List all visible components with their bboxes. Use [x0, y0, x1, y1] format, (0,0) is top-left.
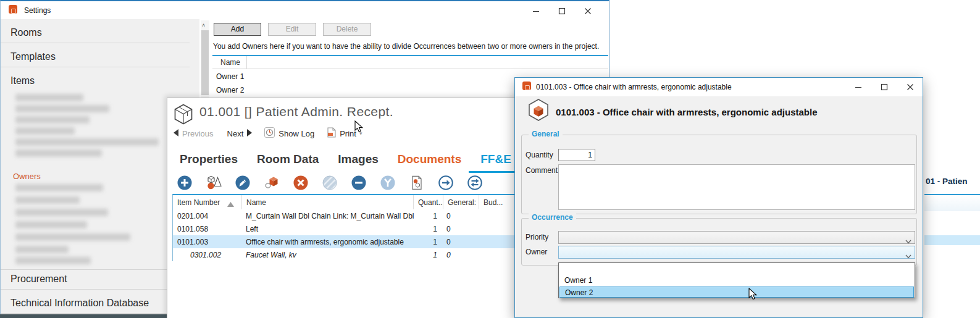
column-quantity[interactable]: Quant...	[414, 195, 443, 209]
items-table: Item Number Name Quant... General: Bud..…	[172, 194, 518, 261]
owner-label: Owner	[526, 248, 547, 256]
item-cube-icon	[526, 98, 551, 125]
quantity-input[interactable]	[558, 149, 595, 161]
general-groupbox-label: General	[529, 130, 563, 138]
remove-item-icon[interactable]	[351, 175, 367, 191]
redacted-sidebar-item[interactable]	[15, 246, 69, 253]
redacted-sidebar-item[interactable]	[15, 94, 83, 101]
hatched-circle-icon	[322, 175, 338, 191]
redacted-sidebar-item[interactable]	[15, 127, 75, 135]
sidebar-item-items[interactable]: Items	[10, 75, 35, 86]
show-log-button[interactable]: Show Log	[279, 129, 314, 138]
owners-table-header[interactable]: Name	[212, 56, 608, 69]
item-document-icon[interactable]	[409, 175, 425, 191]
tab-ffe[interactable]: FF&E	[480, 153, 511, 166]
show-log-icon[interactable]	[264, 127, 275, 140]
edit-item-icon[interactable]	[235, 175, 251, 191]
table-row[interactable]: 0201.004 M_Curtain Wall Dbl Chain Link: …	[173, 209, 518, 222]
redacted-sidebar-item[interactable]	[15, 221, 87, 228]
redacted-sidebar-item[interactable]	[15, 138, 159, 146]
room-cube-icon	[172, 103, 195, 128]
copy-item-icon[interactable]	[264, 175, 280, 191]
print-icon[interactable]	[327, 127, 336, 140]
item-shapes-icon[interactable]	[206, 175, 222, 191]
delete-item-icon[interactable]	[293, 175, 309, 191]
table-row-selected[interactable]: 0101.003 Office chair with armrests, erg…	[173, 235, 518, 248]
dialog-title: 0101.003 - Office chair with armrests, e…	[536, 83, 732, 91]
priority-label: Priority	[526, 233, 548, 241]
priority-dropdown[interactable]: 0 - Not defined	[558, 231, 915, 244]
tab-images[interactable]: Images	[338, 153, 378, 166]
maximize-icon[interactable]	[558, 7, 566, 15]
print-dropdown-caret-icon[interactable]: ▾	[359, 130, 362, 136]
settings-window-title: Settings	[24, 6, 51, 15]
dropdown-option-blank[interactable]	[559, 264, 914, 275]
close-icon[interactable]	[584, 7, 592, 15]
tab-documents[interactable]: Documents	[398, 153, 461, 166]
quantity-label: Quantity	[526, 151, 553, 159]
occurrence-dialog: 0101.003 - Office chair with armrests, e…	[514, 77, 923, 318]
close-icon[interactable]	[907, 83, 914, 91]
column-item-number[interactable]: Item Number	[173, 195, 242, 209]
tab-room-data[interactable]: Room Data	[257, 153, 319, 166]
sidebar-item-technical-information-database[interactable]: Technical Information Database	[10, 298, 149, 309]
minimize-icon[interactable]	[855, 83, 862, 91]
app-logo-icon	[9, 5, 19, 15]
redacted-sidebar-item[interactable]	[15, 257, 91, 264]
dialog-header-title: 0101.003 - Office chair with armrests, e…	[556, 107, 818, 117]
next-button[interactable]: Next	[227, 129, 244, 138]
redacted-sidebar-item[interactable]	[15, 149, 102, 157]
next-occurrence-icon[interactable]	[438, 175, 454, 191]
split-icon	[380, 175, 396, 191]
chevron-down-icon	[905, 251, 911, 262]
redacted-sidebar-item[interactable]	[15, 116, 90, 123]
dropdown-option-owner2-highlighted[interactable]: Owner 2	[559, 287, 914, 298]
swap-icon[interactable]	[467, 175, 483, 191]
owners-column-name[interactable]: Name	[220, 58, 240, 67]
redacted-sidebar-item[interactable]	[15, 209, 108, 216]
comment-label: Comment	[526, 166, 558, 175]
maximize-icon[interactable]	[881, 83, 888, 91]
owner-dropdown[interactable]	[558, 246, 915, 259]
desktop: Settings Rooms Templates Items Owners	[0, 0, 980, 318]
sidebar-item-procurement[interactable]: Procurement	[10, 274, 67, 285]
app-logo-icon	[522, 82, 533, 92]
previous-arrow-icon[interactable]	[174, 129, 178, 138]
print-button[interactable]: Print	[340, 129, 356, 138]
sidebar-item-templates[interactable]: Templates	[10, 51, 56, 62]
table-row-child[interactable]: 0301.002 Faucet Wall, kv 1 0	[173, 248, 518, 261]
column-general[interactable]: General:	[443, 195, 479, 209]
sort-ascending-icon	[227, 200, 234, 209]
previous-button[interactable]: Previous	[182, 129, 214, 138]
column-budget[interactable]: Bud...	[479, 195, 519, 209]
add-item-icon[interactable]	[177, 175, 193, 191]
dropdown-option-owner1[interactable]: Owner 1	[559, 275, 914, 287]
next-arrow-icon[interactable]	[247, 129, 252, 138]
redacted-sidebar-item[interactable]	[15, 233, 130, 241]
sidebar-item-rooms[interactable]: Rooms	[10, 27, 42, 38]
redacted-sidebar-item[interactable]	[15, 196, 80, 204]
background-selected-row	[924, 235, 980, 245]
table-row[interactable]: 0101.058 Left 1 0	[173, 222, 518, 235]
sidebar-item-owners[interactable]: Owners	[13, 172, 41, 181]
scroll-up-icon[interactable]: ˄︎	[202, 22, 205, 28]
tab-properties[interactable]: Properties	[180, 153, 238, 166]
comment-input[interactable]	[558, 164, 915, 210]
redacted-sidebar-item[interactable]	[15, 184, 103, 191]
scrollbar-thumb[interactable]	[201, 30, 209, 95]
minimize-icon[interactable]	[532, 7, 540, 15]
column-name[interactable]: Name	[242, 195, 414, 209]
redacted-sidebar-item[interactable]	[15, 105, 109, 112]
active-tab-underline	[469, 171, 518, 173]
delete-button[interactable]: Delete	[323, 23, 371, 36]
settings-titlebar[interactable]: Settings	[1, 1, 609, 19]
add-button[interactable]: Add	[214, 23, 261, 36]
owner-dropdown-list: Owner 1 Owner 2	[558, 262, 915, 298]
dialog-titlebar[interactable]: 0101.003 - Office chair with armrests, e…	[515, 78, 923, 96]
ffe-toolbar	[177, 175, 483, 191]
edit-button[interactable]: Edit	[268, 23, 316, 36]
background-header-band	[924, 195, 980, 211]
background-window-fragment: 01 - Patien	[924, 142, 980, 318]
items-table-header[interactable]: Item Number Name Quant... General: Bud..…	[173, 195, 518, 209]
room-title: 01.001 [] Patient Admin. Recept.	[199, 104, 393, 119]
